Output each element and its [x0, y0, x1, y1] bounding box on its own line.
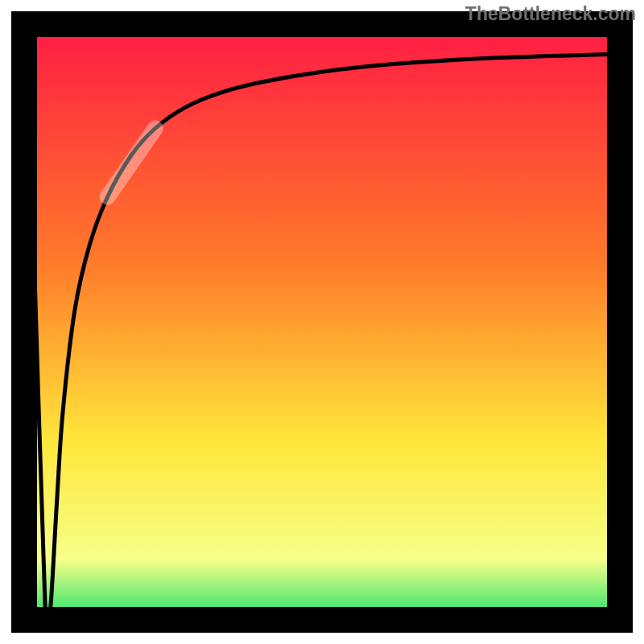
- chart-container: TheBottleneck.com: [0, 0, 644, 644]
- plot-background-gradient: [24, 24, 620, 620]
- bottleneck-chart: [0, 0, 644, 644]
- attribution-label: TheBottleneck.com: [465, 3, 636, 25]
